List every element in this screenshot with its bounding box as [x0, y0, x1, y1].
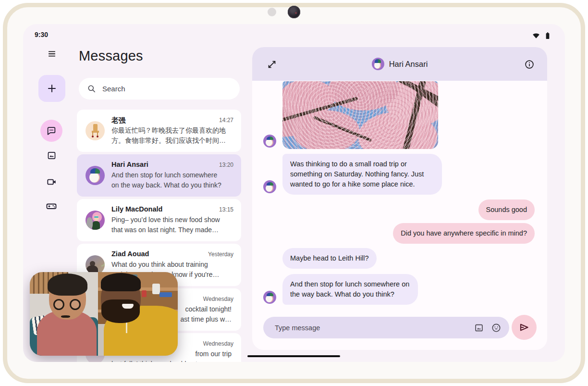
conversation-time: 14:27: [219, 117, 233, 124]
attach-image-icon[interactable]: [474, 323, 484, 333]
snippet-line: on the way back. What do you think?: [111, 181, 233, 189]
blossom-texture: [282, 81, 438, 149]
robot-toy: [152, 284, 160, 294]
search-bar[interactable]: [79, 78, 240, 100]
incoming-message: Maybe head to Leith Hill?: [282, 248, 377, 269]
nav-games[interactable]: [40, 195, 62, 217]
plus-icon: [46, 83, 58, 94]
snippet-line: Ping– you’d love this new food show: [111, 216, 233, 224]
message-input[interactable]: [274, 324, 467, 332]
message-avatar: [263, 180, 276, 193]
avatar-chair: [86, 121, 105, 140]
incoming-message: And then stop for lunch somewhere on the…: [282, 274, 418, 305]
status-time: 9:30: [35, 31, 48, 38]
conversation-name: Ziad Aouad: [111, 250, 149, 258]
gamepad-icon: [46, 200, 57, 212]
beard: [101, 299, 140, 323]
gesture-home-bar[interactable]: [247, 355, 340, 357]
status-icons: [531, 30, 552, 41]
conversation-name: 老强: [111, 116, 125, 125]
avatar-ziad: [86, 255, 105, 274]
conversation-time: Wednesday: [203, 340, 233, 347]
compose-bar[interactable]: [263, 317, 509, 338]
avatar-lily: [86, 211, 105, 230]
person-right-hair: [101, 273, 141, 291]
outgoing-message: Did you have anywhere specific in mind?: [393, 223, 535, 244]
send-icon: [518, 321, 530, 334]
screen: 9:30: [23, 24, 565, 362]
glasses: [70, 299, 81, 310]
message-avatar: [263, 135, 276, 148]
message-photo-cherry-blossoms[interactable]: [282, 81, 438, 149]
send-button[interactable]: [512, 315, 537, 340]
conversation-hari-ansari[interactable]: Hari Ansari 13:20 And then stop for lunc…: [77, 154, 241, 197]
chat-pane: Hari Ansari Was thinking: [252, 47, 547, 350]
expand-icon[interactable]: [267, 59, 277, 70]
nav-video[interactable]: [40, 171, 62, 193]
page: 9:30: [0, 0, 588, 386]
chat-header-avatar: [372, 58, 384, 70]
image-icon: [47, 150, 57, 161]
conversation-time: Wednesday: [203, 296, 233, 302]
message-avatar: [263, 291, 276, 304]
info-icon[interactable]: [524, 59, 535, 70]
outgoing-message: Sounds good: [478, 199, 535, 220]
search-input[interactable]: [101, 84, 219, 93]
pip-video-overlay[interactable]: [30, 272, 178, 356]
conversation-name: Lily MacDonald: [111, 205, 162, 213]
glasses: [53, 299, 64, 310]
smile: [122, 304, 134, 309]
conversation-name: Hari Ansari: [111, 161, 148, 168]
red-toy: [142, 290, 147, 297]
wifi-icon: [531, 31, 541, 40]
conversation-lily-macdonald[interactable]: Lily MacDonald 13:15 Ping– you’d love th…: [77, 199, 241, 241]
snippet-line: 方。食物非常好。我们应该找个时间…: [111, 137, 233, 145]
page-title: Messages: [79, 48, 143, 64]
front-camera: [288, 6, 300, 18]
conversation-time: Yesterday: [208, 251, 233, 258]
avatar-hari: [86, 166, 105, 185]
battery-icon: [543, 30, 552, 41]
menu-button[interactable]: [47, 49, 57, 59]
nav-chats[interactable]: [40, 120, 62, 142]
snippet-line: that was on last night. They made…: [111, 226, 233, 234]
sensor-dot: [268, 8, 276, 16]
conversation-laoqiang[interactable]: 老强 14:27 你最近忙吗？昨晚我去了你最喜欢的地 方。食物非常好。我们应该找…: [77, 110, 241, 152]
snippet-line: And then stop for lunch somewhere: [111, 171, 233, 179]
snippet-line: 你最近忙吗？昨晚我去了你最喜欢的地: [111, 126, 233, 135]
incoming-message: Was thinking to do a small road trip or …: [282, 154, 442, 195]
snippet-line: last fall. I think we should get some…: [111, 360, 233, 362]
videocam-icon: [46, 176, 57, 187]
emoji-icon[interactable]: [491, 323, 502, 333]
nav-gallery[interactable]: [40, 144, 62, 166]
new-conversation-fab[interactable]: [38, 75, 65, 102]
conversation-time: 13:20: [219, 162, 233, 168]
person-left-hair: [48, 274, 87, 295]
snippet-line: What do you think about training: [111, 261, 233, 268]
chat-header: Hari Ansari: [252, 47, 547, 81]
search-icon: [87, 84, 96, 93]
blue-toy: [159, 292, 172, 297]
chat-bubble-icon: [46, 125, 57, 136]
conversation-time: 13:15: [219, 206, 233, 213]
chat-title: Hari Ansari: [389, 60, 428, 69]
